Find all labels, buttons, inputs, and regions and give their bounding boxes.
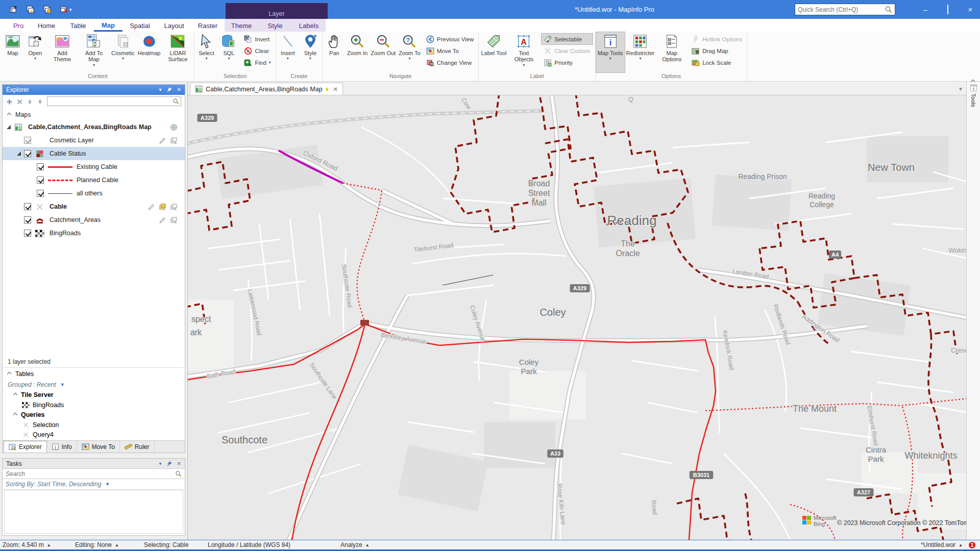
map-button[interactable]: Map bbox=[2, 32, 24, 72]
ribbon-tab-table[interactable]: Table bbox=[62, 19, 94, 32]
dock-tab-explorer[interactable]: Explorer bbox=[4, 441, 47, 453]
zoom-in-button[interactable]: Zoom In bbox=[346, 32, 369, 72]
ribbon-tab-spatial[interactable]: Spatial bbox=[122, 19, 157, 32]
qat-qat-3-button[interactable] bbox=[43, 5, 52, 14]
sql-button[interactable]: SQL▾ bbox=[217, 32, 240, 72]
qat-qat-1-button[interactable] bbox=[9, 5, 18, 14]
ribbon-tab-theme[interactable]: Theme bbox=[225, 19, 258, 32]
insert-button[interactable]: Insert▾ bbox=[277, 32, 299, 72]
clear-button[interactable]: Clear bbox=[242, 45, 273, 56]
maps-section-header[interactable]: Maps bbox=[3, 109, 185, 120]
lock-scale-button[interactable]: Lock Scale bbox=[690, 57, 744, 68]
minimize-button[interactable]: – bbox=[922, 5, 929, 14]
ribbon-tab-home[interactable]: Home bbox=[31, 19, 62, 32]
qat-qat-2-button[interactable] bbox=[26, 5, 35, 14]
map-options-button[interactable]: Map Options bbox=[656, 32, 688, 72]
change-view-button[interactable]: Change View bbox=[424, 57, 476, 68]
tab-close-icon[interactable]: ✕ bbox=[333, 86, 338, 93]
tasks-search-input[interactable] bbox=[6, 470, 175, 478]
ribbon-tab-layout[interactable]: Layout bbox=[157, 19, 191, 32]
style-button[interactable]: Style▾ bbox=[299, 32, 322, 72]
tree-row-all-others[interactable]: all others bbox=[3, 187, 185, 200]
status-editing[interactable]: Editing: None▲ bbox=[75, 541, 141, 548]
ribbon-tab-raster[interactable]: Raster bbox=[191, 19, 225, 32]
remove-button[interactable] bbox=[16, 98, 23, 105]
table-item-bingroads[interactable]: BingRoads bbox=[3, 400, 185, 410]
add-to-map-button[interactable]: Add To Map▾ bbox=[78, 32, 110, 72]
quick-search-input[interactable] bbox=[798, 6, 885, 13]
tables-grouping-control[interactable]: Grouped : Recent ▼ bbox=[3, 380, 185, 390]
tree-row-bingroads[interactable]: BingRoads bbox=[3, 227, 185, 240]
tasks-search-box[interactable] bbox=[3, 469, 185, 479]
panel-close-icon[interactable]: ✕ bbox=[177, 461, 181, 466]
tables-section-header[interactable]: Tables bbox=[3, 368, 185, 380]
ribbon-tab-style[interactable]: Style bbox=[258, 19, 292, 32]
dock-tab-info[interactable]: iInfo bbox=[47, 441, 77, 453]
tree-row-cable-catchment-areas-bingroads-map[interactable]: Cable,Catchment_Areas,BingRoads Map bbox=[3, 120, 185, 134]
layer-checkbox[interactable] bbox=[37, 177, 44, 184]
quick-search-box[interactable] bbox=[795, 4, 895, 15]
tasks-sorting-control[interactable]: Sorting By: Start Time, Descending ▼ bbox=[3, 479, 185, 490]
status-analyze[interactable]: Analyze▲ bbox=[340, 541, 402, 548]
pin-icon[interactable] bbox=[166, 461, 173, 467]
status-selecting[interactable]: Selecting: Cable bbox=[144, 541, 205, 548]
heatmap-button[interactable]: Heatmap bbox=[136, 32, 162, 72]
pencil-icon[interactable] bbox=[159, 137, 166, 144]
tab-scroll-icon[interactable]: ▼ bbox=[958, 86, 963, 92]
open-button[interactable]: Open▾ bbox=[24, 32, 46, 72]
ribbon-tab-labels[interactable]: Labels bbox=[292, 19, 326, 32]
tree-row-cable-status[interactable]: Cable Status bbox=[3, 147, 185, 160]
previous-view-button[interactable]: Previous View bbox=[424, 34, 476, 44]
notification-badge[interactable]: 1 bbox=[968, 541, 976, 549]
ribbon-tab-map[interactable]: Map bbox=[94, 19, 122, 32]
layer-checkbox[interactable] bbox=[24, 150, 31, 157]
cosmetic-button[interactable]: Cosmetic▾ bbox=[110, 32, 136, 72]
tree-row-planned-cable[interactable]: Planned Cable bbox=[3, 173, 185, 187]
search-icon[interactable] bbox=[175, 470, 182, 477]
explorer-filter-box[interactable] bbox=[47, 96, 181, 106]
map-tools-button[interactable]: iMap Tools▾ bbox=[596, 32, 625, 72]
add-button[interactable] bbox=[6, 98, 13, 105]
qat-dropdown-icon[interactable]: ▾ bbox=[69, 7, 72, 12]
expander-icon[interactable] bbox=[7, 125, 11, 129]
add-theme-button[interactable]: Add Theme bbox=[46, 32, 78, 72]
map-view[interactable]: A329A329A4A33B3031A327SouthcotespectarkB… bbox=[188, 95, 966, 540]
text-objects-button[interactable]: AText Objects▾ bbox=[508, 32, 540, 72]
dock-tab-ruler[interactable]: Ruler bbox=[120, 441, 155, 453]
tree-row-catchment-areas[interactable]: Catchment_Areas bbox=[3, 213, 185, 227]
tools-tab[interactable]: Tools bbox=[970, 93, 976, 107]
search-icon[interactable] bbox=[885, 6, 892, 13]
layer-checkbox[interactable] bbox=[37, 163, 44, 170]
pan-button[interactable]: Pan bbox=[323, 32, 346, 72]
collapse-ribbon-icon[interactable] bbox=[971, 76, 976, 79]
tree-row-existing-cable[interactable]: Existing Cable bbox=[3, 160, 185, 173]
move-down-button[interactable] bbox=[37, 98, 43, 105]
move-to-button[interactable]: Move To bbox=[424, 45, 476, 56]
invert-button[interactable]: Invert bbox=[242, 34, 273, 44]
redistricter-button[interactable]: Redistricter▾ bbox=[625, 32, 656, 72]
status-zoom[interactable]: Zoom: 4.540 m▲ bbox=[3, 541, 72, 548]
expander-icon[interactable] bbox=[17, 152, 21, 156]
globe-icon[interactable] bbox=[170, 123, 178, 131]
ribbon-tab-pro[interactable]: Pro bbox=[6, 19, 31, 32]
status-workspace-label[interactable]: *Untitled.wor bbox=[921, 541, 955, 548]
find-button[interactable]: Find▾ bbox=[242, 57, 273, 68]
selectable-button[interactable]: Selectable bbox=[542, 34, 592, 44]
layer-checkbox[interactable] bbox=[24, 230, 31, 237]
table-item-selection[interactable]: Selection bbox=[3, 420, 185, 430]
priority-button[interactable]: Priority bbox=[542, 57, 592, 68]
panel-menu-icon[interactable]: ▾ bbox=[159, 87, 162, 92]
table-group-tile-server[interactable]: Tile Server bbox=[3, 390, 185, 400]
panel-close-icon[interactable]: ✕ bbox=[177, 87, 181, 92]
tree-row-cosmetic-layer[interactable]: Cosmetic Layer bbox=[3, 134, 185, 147]
panel-menu-icon[interactable]: ▾ bbox=[159, 461, 162, 466]
layers-icon[interactable] bbox=[170, 203, 178, 211]
map-document-tab[interactable]: Cable,Catchment_Areas,BingRoads Map ♦ ✕ bbox=[190, 83, 343, 95]
layers-icon[interactable] bbox=[170, 216, 178, 224]
table-group-queries[interactable]: Queries bbox=[3, 410, 185, 420]
layer-checkbox[interactable] bbox=[24, 203, 31, 210]
table-item-query4[interactable]: Query4 bbox=[3, 430, 185, 439]
layers-yellow-icon[interactable] bbox=[159, 203, 166, 211]
maximize-button[interactable] bbox=[944, 5, 951, 14]
drag-map-button[interactable]: Drag Map bbox=[690, 45, 744, 56]
